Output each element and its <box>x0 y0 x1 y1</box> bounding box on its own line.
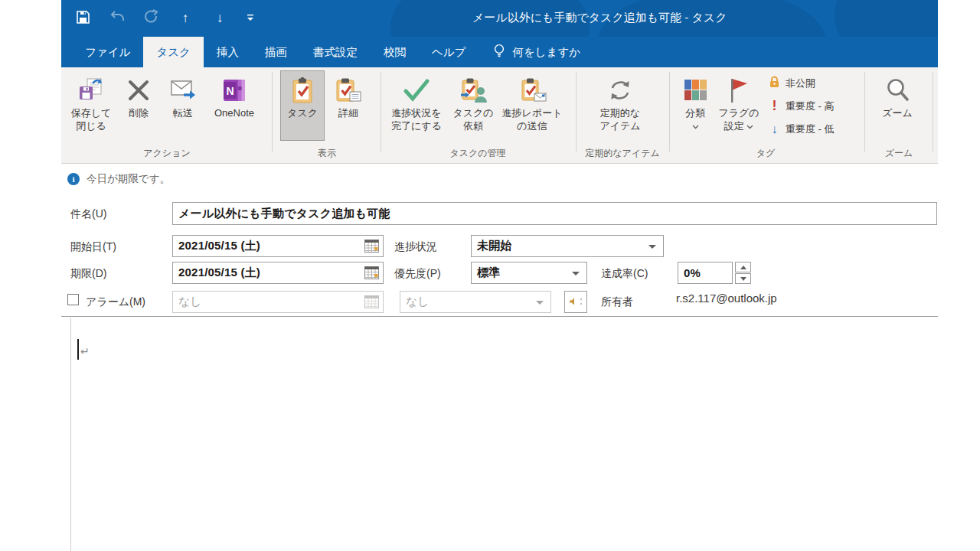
save-button[interactable] <box>71 7 94 30</box>
save-icon <box>77 11 90 27</box>
delete-button[interactable]: 削除 <box>118 70 159 141</box>
recurrence-label: 定期的な <box>600 107 640 119</box>
calendar-picker-icon[interactable] <box>362 237 381 256</box>
tab-file[interactable]: ファイル <box>72 37 143 67</box>
spin-up-button[interactable] <box>735 262 751 272</box>
group-label-tags: タグ <box>756 147 776 160</box>
onenote-icon: N <box>223 71 246 106</box>
recurrence-icon <box>607 71 633 106</box>
alarm-checkbox[interactable] <box>67 294 79 305</box>
task-view-label: タスク <box>287 107 318 119</box>
tab-insert[interactable]: 挿入 <box>204 37 252 67</box>
tab-draw[interactable]: 描画 <box>252 37 300 67</box>
alarm-date-input: なし <box>172 291 384 313</box>
categorize-button[interactable]: 分類 <box>674 70 717 141</box>
spin-down-button[interactable] <box>735 273 751 284</box>
tab-format-text[interactable]: 書式設定 <box>300 37 371 67</box>
due-date-input[interactable]: 2021/05/15 (土) <box>172 262 384 284</box>
zoom-button[interactable]: ズーム <box>874 70 920 141</box>
dropdown-arrow-icon <box>572 272 580 276</box>
titlebar-decoration <box>835 0 938 37</box>
tab-task[interactable]: タスク <box>143 37 204 67</box>
percent-spinner[interactable] <box>735 262 751 284</box>
lock-icon <box>769 76 780 90</box>
follow-up-flag-button[interactable]: フラグの設定 <box>718 70 760 141</box>
zoom-magnifier-icon <box>884 71 910 106</box>
status-dropdown[interactable]: 未開始 <box>471 235 664 257</box>
delete-label: 削除 <box>129 107 149 119</box>
notes-body[interactable]: ↵ <box>61 316 938 551</box>
speaker-dots-icon <box>580 295 583 309</box>
info-icon: i <box>67 173 80 185</box>
tell-me-search[interactable]: 何をしますか <box>494 37 580 67</box>
move-up-button[interactable]: ↑ <box>174 7 197 30</box>
svg-text:N: N <box>226 85 234 97</box>
subject-label: 件名(U) <box>70 207 106 221</box>
group-separator <box>576 72 577 152</box>
window-title: メール以外にも手動でタスク追加も可能 - タスク <box>472 11 727 25</box>
start-date-label: 開始日(T) <box>70 240 116 254</box>
forward-label: 転送 <box>173 107 193 119</box>
high-importance-button[interactable]: ! 重要度 - 高 <box>764 96 839 116</box>
group-separator <box>381 72 381 152</box>
dropdown-arrow-icon <box>536 301 544 305</box>
percent-complete-input[interactable]: 0% <box>678 262 733 284</box>
flag-icon <box>728 71 750 106</box>
forward-icon <box>170 71 196 106</box>
assign-task-icon <box>459 71 487 106</box>
send-report-icon <box>518 71 547 106</box>
mark-complete-label: 進捗状況を <box>391 107 441 119</box>
info-bar: i 今日が期限です。 <box>61 168 938 190</box>
notes-left-border <box>70 318 71 551</box>
group-separator <box>933 72 933 152</box>
group-label-manage: タスクの管理 <box>449 147 505 160</box>
tab-review[interactable]: 校閲 <box>371 37 419 67</box>
private-button[interactable]: 非公開 <box>764 73 820 93</box>
tab-help[interactable]: ヘルプ <box>419 37 479 67</box>
group-separator <box>669 72 670 152</box>
group-separator <box>864 72 865 152</box>
assign-task-button[interactable]: タスクの依頼 <box>449 70 498 141</box>
save-close-label: 保存して <box>71 107 112 119</box>
private-label: 非公開 <box>786 77 815 90</box>
save-close-icon <box>77 71 105 106</box>
task-view-button[interactable]: タスク <box>280 70 325 141</box>
move-down-button[interactable]: ↓ <box>208 7 231 30</box>
paragraph-return-icon: ↵ <box>80 345 90 357</box>
subject-input[interactable]: メール以外にも手動でタスク追加も可能 <box>172 202 937 225</box>
ribbon-tab-row: ファイル タスク 挿入 描画 書式設定 校閲 ヘルプ 何をしますか <box>61 37 938 67</box>
send-status-report-button[interactable]: 進捗レポートの送信 <box>499 70 565 141</box>
qat-dropdown-icon <box>247 11 254 25</box>
dropdown-arrow-icon <box>648 245 656 249</box>
status-label: 進捗状況 <box>394 240 437 254</box>
group-label-show: 表示 <box>318 147 336 160</box>
undo-button[interactable] <box>106 7 129 30</box>
undo-icon <box>110 10 126 27</box>
lightbulb-icon <box>494 44 505 60</box>
chevron-down-icon <box>692 120 699 132</box>
details-view-button[interactable]: 詳細 <box>328 70 369 141</box>
high-importance-label: 重要度 - 高 <box>786 99 835 113</box>
low-importance-arrow-icon: ↓ <box>769 122 780 136</box>
calendar-picker-icon-disabled <box>362 293 381 311</box>
redo-icon <box>144 9 159 28</box>
forward-button[interactable]: 転送 <box>162 70 204 141</box>
customize-qat-button[interactable] <box>239 7 262 30</box>
save-close-button[interactable]: 保存して閉じる <box>67 70 115 141</box>
ribbon: 保存して閉じる 削除 転送 N OneNote アクション タス <box>61 67 938 164</box>
categorize-icon <box>684 71 707 106</box>
start-date-input[interactable]: 2021/05/15 (土) <box>172 235 384 257</box>
priority-dropdown[interactable]: 標準 <box>471 262 587 284</box>
send-report-label: 進捗レポート <box>502 107 563 119</box>
recurrence-button[interactable]: 定期的なアイテム <box>593 70 648 141</box>
low-importance-button[interactable]: ↓ 重要度 - 低 <box>764 119 839 139</box>
group-label-actions: アクション <box>143 147 190 160</box>
onenote-button[interactable]: N OneNote <box>205 70 263 141</box>
details-view-label: 詳細 <box>338 107 358 119</box>
calendar-picker-icon[interactable] <box>362 264 381 282</box>
due-date-label: 期限(D) <box>70 267 106 281</box>
alarm-sound-button[interactable] <box>564 291 587 313</box>
mark-complete-button[interactable]: 進捗状況を完了にする <box>386 70 447 141</box>
assign-task-label: タスクの <box>452 107 493 119</box>
redo-button[interactable] <box>140 7 163 30</box>
